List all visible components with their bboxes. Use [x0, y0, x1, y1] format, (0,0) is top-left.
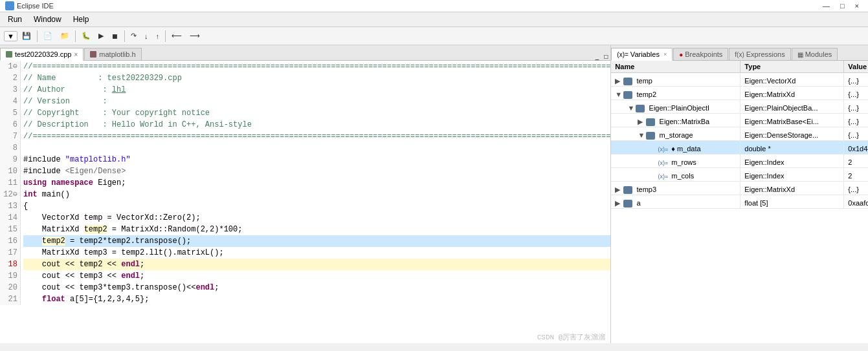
ln-7: 7 — [3, 131, 17, 142]
tab-variables[interactable]: (x)= Variables × — [611, 48, 673, 61]
variables-close[interactable]: × — [663, 51, 667, 58]
var-value-temp3: {...} — [844, 182, 868, 195]
code-line-18: cout << temp2 << endl; — [23, 259, 610, 270]
var-icon-mdata: (x)= — [658, 143, 668, 154]
code-line-14: VectorXd temp = VectorXd::Zero(2); — [23, 212, 610, 224]
var-type-mrows: Eigen::Index — [740, 154, 844, 167]
var-row-mcols[interactable]: (x)= m_cols Eigen::Index 2 — [611, 168, 868, 182]
title-bar: Eclipse IDE — □ × — [0, 0, 868, 12]
main-layout: test20220329.cpp × matplotlib.h _ □ 1⊖ 2… — [0, 45, 868, 343]
var-value-temp2: {...} — [844, 87, 868, 100]
menu-bar: Run Window Help — [0, 12, 868, 27]
expand-temp3[interactable]: ▶ — [615, 183, 621, 195]
ln-15: 15 — [3, 224, 17, 235]
editor-content[interactable]: 1⊖ 2 3 4 5 6 7 8 9 10 11 12⊖ 13 14 15 16 — [0, 61, 610, 343]
menu-run[interactable]: Run — [3, 14, 27, 25]
code-line-9: #include "matplotlib.h" — [23, 154, 610, 165]
var-table-header: Name Type Value — [611, 61, 868, 73]
tab-icon-h — [90, 51, 96, 58]
code-line-17: MatrixXd temp3 = temp2.llt().matrixL(); — [23, 247, 610, 259]
var-row-matrixba[interactable]: ▶ Eigen::MatrixBa Eigen::MatrixBase<Ei..… — [611, 114, 868, 127]
editor-minimize[interactable]: _ — [593, 53, 602, 60]
minimize-btn[interactable]: — — [819, 2, 834, 10]
var-label-a: a — [636, 199, 640, 207]
code-line-11: using namespace Eigen; — [23, 177, 610, 189]
var-icon-mstorage — [646, 132, 655, 140]
header-name: Name — [611, 61, 740, 72]
expand-temp2[interactable]: ▼ — [615, 88, 621, 100]
ln-10: 10 — [3, 165, 17, 177]
var-row-mstorage[interactable]: ▼ m_storage Eigen::DenseStorage... {...} — [611, 127, 868, 141]
expand-plain[interactable]: ▼ — [627, 101, 634, 113]
toolbar-step-into[interactable]: ↓ — [141, 30, 151, 42]
header-value: Value — [844, 61, 868, 72]
code-line-8 — [23, 142, 610, 154]
tab-modules[interactable]: ▦ Modules — [792, 48, 838, 60]
variables-label: Variables — [630, 50, 660, 58]
close-btn[interactable]: × — [851, 2, 863, 10]
ln-5: 5 — [3, 107, 17, 119]
var-row-plain[interactable]: ▼ Eigen::PlainObjectI Eigen::PlainObject… — [611, 100, 868, 114]
line-numbers: 1⊖ 2 3 4 5 6 7 8 9 10 11 12⊖ 13 14 15 16 — [0, 61, 21, 305]
var-icon-mrows: (x)= — [658, 156, 668, 167]
menu-window[interactable]: Window — [28, 14, 67, 25]
ln-2: 2 — [3, 72, 17, 84]
var-icon-temp — [623, 78, 632, 85]
var-row-mdata[interactable]: (x)= ♦ m_data double * 0x1d4440 — [611, 141, 868, 154]
breakpoints-label: Breakpoints — [685, 50, 722, 58]
maximize-btn[interactable]: □ — [836, 2, 849, 10]
expand-temp[interactable]: ▶ — [615, 74, 621, 86]
toolbar-back[interactable]: ⟵ — [168, 30, 185, 42]
toolbar-forward[interactable]: ⟶ — [186, 30, 203, 42]
ln-1: 1⊖ — [3, 61, 17, 72]
tab-close-test[interactable]: × — [74, 51, 78, 58]
var-type-temp3: Eigen::MatrixXd — [740, 182, 844, 195]
var-name-mcols: (x)= m_cols — [611, 168, 740, 181]
toolbar-step-over[interactable]: ↷ — [128, 30, 140, 42]
tab-label-test: test20220329.cpp — [15, 50, 71, 58]
ln-11: 11 — [3, 177, 17, 189]
toolbar-debug[interactable]: 🐛 — [78, 30, 94, 42]
var-row-mrows[interactable]: (x)= m_rows Eigen::Index 2 — [611, 154, 868, 168]
tab-label-matplotlib: matplotlib.h — [99, 50, 135, 58]
toolbar-sep3 — [124, 30, 125, 42]
toolbar-run[interactable]: ▶ — [95, 30, 107, 42]
var-value-a: 0xaafc70 — [844, 195, 868, 208]
code-line-19: cout << temp3 << endl; — [23, 270, 610, 282]
var-row-temp[interactable]: ▶ temp Eigen::VectorXd {...} — [611, 73, 868, 87]
toolbar-sep4 — [165, 30, 166, 42]
code-line-15: MatrixXd temp2 = MatrixXd::Random(2,2)*1… — [23, 224, 610, 235]
var-row-temp3[interactable]: ▶ temp3 Eigen::MatrixXd {...} — [611, 182, 868, 195]
tab-matplotlib[interactable]: matplotlib.h — [84, 48, 141, 60]
menu-help[interactable]: Help — [68, 14, 95, 25]
editor-maximize[interactable]: □ — [601, 53, 610, 60]
toolbar-stop[interactable]: ⏹ — [108, 30, 122, 42]
expressions-icon: f(x) — [735, 51, 744, 58]
code-line-20: cout << temp3*temp3.transpose()<<endl; — [23, 282, 610, 293]
expand-mstorage[interactable]: ▼ — [638, 129, 644, 140]
var-name-plain: ▼ Eigen::PlainObjectI — [611, 100, 740, 113]
expand-matrixba[interactable]: ▶ — [638, 115, 644, 127]
var-type-mcols: Eigen::Index — [740, 168, 844, 181]
toolbar-new[interactable]: 📄 — [40, 30, 56, 42]
toolbar-save[interactable]: 💾 — [19, 30, 34, 42]
var-value-mstorage: {...} — [844, 127, 868, 140]
toolbar-step-out[interactable]: ↑ — [152, 30, 162, 42]
ln-6: 6 — [3, 119, 17, 131]
expand-a[interactable]: ▶ — [615, 197, 621, 208]
tab-expressions[interactable]: f(x) Expressions — [729, 48, 790, 60]
var-row-a[interactable]: ▶ a float [5] 0xaafc70 — [611, 195, 868, 209]
toolbar-open[interactable]: 📁 — [57, 30, 72, 42]
variables-icon: (x)= — [617, 51, 629, 58]
ln-18: 18 — [3, 259, 17, 270]
tab-test20220329[interactable]: test20220329.cpp × — [0, 48, 83, 61]
code-line-21: float a[5]={1,2,3,4,5}; — [23, 293, 610, 305]
code-line-4: // Version : — [23, 96, 610, 107]
var-row-temp2[interactable]: ▼ temp2 Eigen::MatrixXd {...} — [611, 87, 868, 100]
code-lines: //======================================… — [21, 61, 610, 305]
var-label-matrixba: Eigen::MatrixBa — [660, 118, 710, 125]
tab-breakpoints[interactable]: ● Breakpoints — [673, 48, 728, 60]
var-type-a: float [5] — [740, 195, 844, 208]
toolbar-dropdown[interactable]: ▼ — [4, 31, 17, 41]
code-line-3: // Author : lhl — [23, 84, 610, 96]
